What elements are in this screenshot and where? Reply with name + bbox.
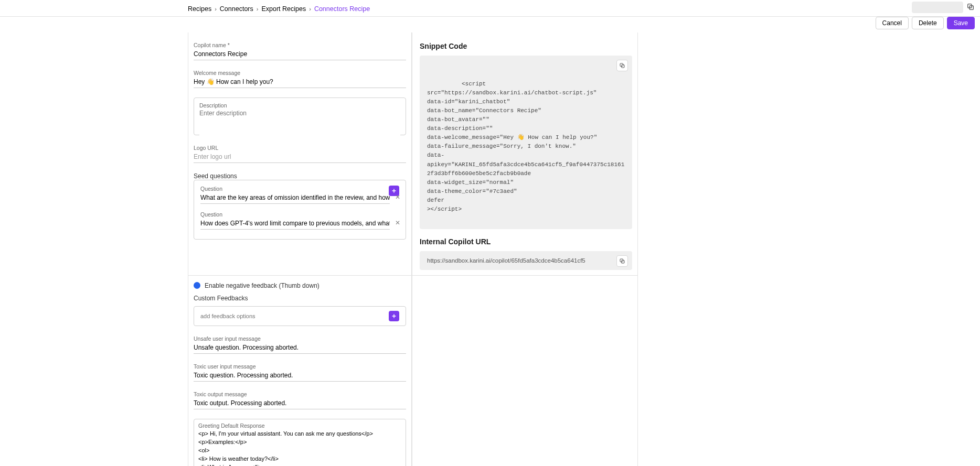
snippet-code-box: <script src="https://sandbox.karini.ai/c…: [420, 56, 632, 229]
snippet-code-title: Snippet Code: [420, 42, 632, 50]
search-input[interactable]: [912, 2, 963, 13]
welcome-label: Welcome message: [194, 70, 406, 76]
copy-url-button[interactable]: [616, 255, 628, 267]
breadcrumb: Recipes › Connectors › Export Recipes › …: [188, 5, 370, 13]
toxic-input-field[interactable]: [194, 371, 406, 382]
greeting-label: Greeting Default Response: [198, 422, 401, 429]
description-field[interactable]: [199, 110, 400, 138]
seed-questions-label: Seed questions: [194, 172, 237, 180]
save-button[interactable]: Save: [947, 17, 975, 29]
remove-question-2[interactable]: ✕: [395, 219, 400, 226]
remove-question-1[interactable]: ✕: [395, 193, 400, 201]
snippet-code-text: <script src="https://sandbox.karini.ai/c…: [427, 81, 624, 212]
breadcrumb-connectors[interactable]: Connectors: [220, 5, 253, 13]
add-feedback-button[interactable]: [389, 311, 399, 321]
unsafe-field[interactable]: [194, 343, 406, 354]
chevron-right-icon: ›: [257, 6, 259, 12]
welcome-field[interactable]: [194, 77, 406, 88]
breadcrumb-current: Connectors Recipe: [314, 5, 370, 13]
copy-icon[interactable]: [966, 3, 975, 13]
logo-url-label: Logo URL: [194, 145, 406, 151]
toxic-output-label: Toxic output message: [194, 391, 406, 397]
question-2-field[interactable]: [200, 219, 390, 230]
custom-feedback-label: Custom Feedbacks: [194, 295, 406, 302]
description-label: Description: [199, 102, 400, 109]
chevron-right-icon: ›: [309, 6, 311, 12]
internal-url-title: Internal Copilot URL: [420, 237, 632, 246]
copilot-name-label: Copilot name *: [194, 42, 406, 48]
delete-button[interactable]: Delete: [912, 17, 944, 29]
negative-feedback-label: Enable negative feedback (Thumb down): [205, 282, 319, 289]
toxic-output-field[interactable]: [194, 398, 406, 409]
internal-url-box: https://sandbox.karini.ai/copilot/65fd5a…: [420, 251, 632, 270]
logo-url-field[interactable]: [194, 152, 406, 163]
question-label: Question: [200, 211, 399, 218]
internal-url-text: https://sandbox.karini.ai/copilot/65fd5a…: [427, 257, 585, 264]
copilot-name-field[interactable]: [194, 49, 406, 60]
greeting-field[interactable]: [198, 430, 401, 466]
copy-snippet-button[interactable]: [616, 60, 628, 71]
breadcrumb-recipes[interactable]: Recipes: [188, 5, 211, 13]
unsafe-label: Unsafe user input message: [194, 335, 406, 342]
question-label: Question: [200, 186, 399, 192]
cancel-button[interactable]: Cancel: [876, 17, 909, 29]
custom-feedback-field[interactable]: [200, 313, 359, 319]
question-1-field[interactable]: [200, 193, 390, 204]
chevron-right-icon: ›: [215, 6, 217, 12]
toxic-input-label: Toxic user input message: [194, 363, 406, 370]
negative-feedback-toggle[interactable]: [194, 282, 200, 289]
breadcrumb-export-recipes[interactable]: Export Recipes: [261, 5, 306, 13]
